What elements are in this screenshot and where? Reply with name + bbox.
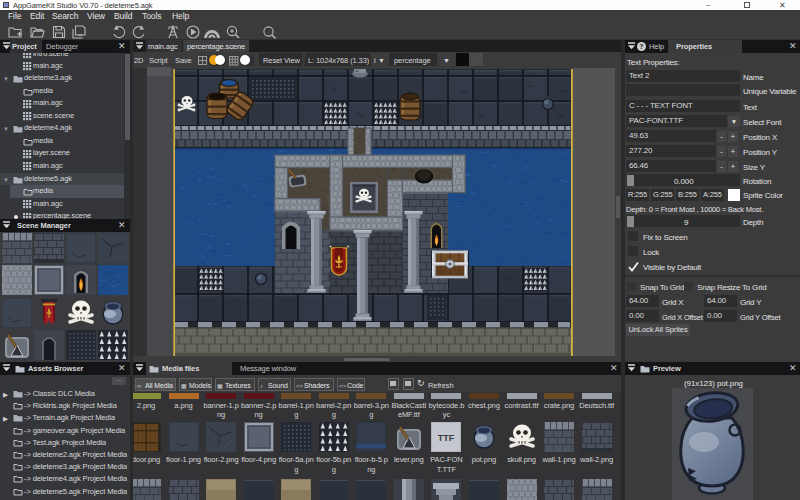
svg-text:TTF: TTF: [438, 433, 455, 443]
